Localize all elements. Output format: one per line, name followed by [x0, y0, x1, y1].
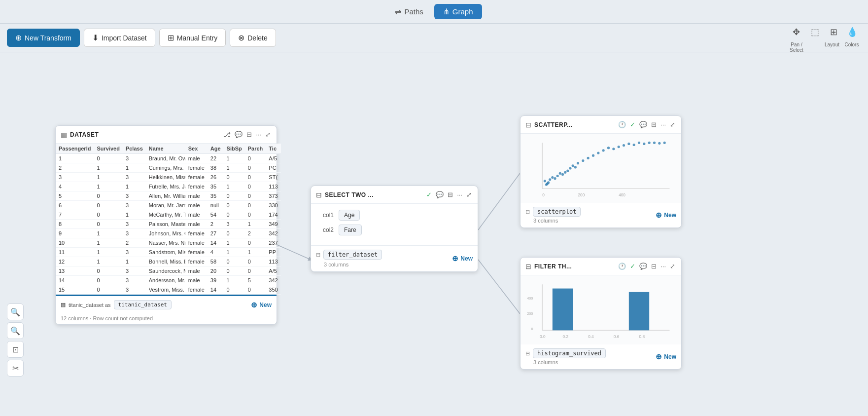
- table-cell: 1: [123, 163, 146, 173]
- expand-icon3[interactable]: ⤢: [669, 120, 676, 129]
- dataset-table: PassengerIdSurvivedPclassNameSexAgeSibSp…: [56, 144, 281, 295]
- svg-line-1: [478, 173, 520, 230]
- svg-point-12: [549, 178, 551, 181]
- table-cell: female: [185, 229, 208, 238]
- table-cell: female: [185, 285, 208, 295]
- table-cell: 0: [245, 182, 266, 191]
- more-icon4[interactable]: ···: [660, 262, 667, 271]
- dataset-icon: ▦: [61, 131, 67, 139]
- table-cell: 1: [224, 276, 245, 285]
- scatter-node-title: SCATTERP...: [534, 121, 614, 128]
- colors-button[interactable]: 💧: [843, 23, 861, 41]
- select-new-button[interactable]: ⊕ New: [452, 254, 473, 263]
- settings-icon3[interactable]: ⊟: [650, 120, 658, 129]
- layout-button[interactable]: ⊞: [825, 23, 842, 41]
- expand-icon4[interactable]: ⤢: [669, 262, 676, 271]
- table-row: 913Johnson, Mrs. Osc...female2702342: [56, 229, 281, 238]
- filter-node-actions: 🕐 ✓ 💬 ⊟ ··· ⤢: [617, 262, 676, 271]
- clock-icon2[interactable]: 🕐: [617, 262, 627, 271]
- table-cell: 1: [94, 248, 122, 257]
- table-cell: 1: [94, 163, 122, 173]
- svg-point-22: [574, 166, 577, 168]
- select-new-label: New: [460, 255, 473, 262]
- comment-icon4[interactable]: 💬: [638, 262, 648, 271]
- check-icon[interactable]: ✓: [425, 190, 433, 199]
- zoom-out-icon: 🔍: [10, 326, 20, 336]
- zoom-out-button[interactable]: 🔍: [7, 322, 24, 339]
- share-button[interactable]: ✂: [7, 360, 24, 377]
- table-cell: 12: [56, 257, 94, 266]
- new-transform-button[interactable]: ⊕ New Transform: [7, 29, 80, 47]
- paths-icon: ⇌: [395, 7, 401, 16]
- svg-point-34: [633, 144, 635, 146]
- more-icon[interactable]: ···: [255, 130, 262, 139]
- pan-select-button[interactable]: ✥: [787, 23, 805, 41]
- filter-output-name: histogram_survived: [533, 348, 606, 358]
- expand-icon2[interactable]: ⤢: [465, 190, 473, 199]
- scatter-output-columns: 3 columns: [533, 218, 581, 224]
- table-cell: 1: [94, 257, 122, 266]
- delete-button[interactable]: ⊗ Delete: [230, 29, 276, 47]
- manual-entry-button[interactable]: ⊞ Manual Entry: [159, 29, 226, 47]
- table-cell: 0: [245, 173, 266, 182]
- svg-point-11: [545, 183, 548, 186]
- branch-icon[interactable]: ⎇: [222, 130, 232, 139]
- plus-circle-icon: ⊕: [15, 33, 22, 42]
- tab-paths[interactable]: ⇌ Paths: [386, 4, 432, 19]
- comment-icon2[interactable]: 💬: [435, 190, 445, 199]
- table-cell: 0: [94, 220, 122, 229]
- select-col2-row: col2 Fare: [319, 225, 470, 235]
- zoom-controls: 🔍 🔍 ⊡ ✂: [7, 303, 24, 377]
- more-icon3[interactable]: ···: [660, 120, 667, 129]
- new-transform-label: New Transform: [25, 34, 71, 42]
- check-icon3[interactable]: ✓: [629, 262, 636, 271]
- comment-icon3[interactable]: 💬: [638, 120, 648, 129]
- table-cell: 2: [245, 229, 266, 238]
- table-cell: male: [185, 191, 208, 201]
- zoom-in-button[interactable]: 🔍: [7, 303, 24, 320]
- check-icon2[interactable]: ✓: [629, 120, 636, 129]
- table-cell: 39: [208, 276, 224, 285]
- table-cell: 0: [224, 229, 245, 238]
- expand-icon[interactable]: ⤢: [264, 130, 272, 139]
- table-cell: 0: [94, 154, 122, 163]
- svg-rect-51: [553, 289, 573, 331]
- fit-button[interactable]: ⊡: [7, 341, 24, 358]
- settings-icon[interactable]: ⊟: [245, 130, 253, 139]
- edit-icon: ⊞: [168, 33, 174, 42]
- table-cell: 0: [224, 210, 245, 220]
- settings-icon2[interactable]: ⊟: [447, 190, 454, 199]
- table-cell: Andersson, Mr. An...: [146, 276, 185, 285]
- dataset-new-button[interactable]: ⊕ New: [251, 301, 272, 309]
- select-tool-button[interactable]: ⬚: [806, 23, 824, 41]
- tab-graph[interactable]: ⋔ Graph: [434, 4, 482, 19]
- filter-chart-container: 0.0 0.2 0.4 0.6 0.8 0 200 400: [521, 275, 681, 344]
- table-cell: 14: [208, 285, 224, 295]
- more-icon2[interactable]: ···: [456, 190, 463, 199]
- histogram-chart: 0.0 0.2 0.4 0.6 0.8 0 200 400: [524, 279, 677, 340]
- table-cell: 13: [56, 266, 94, 276]
- filter-new-button[interactable]: ⊕ New: [656, 352, 676, 361]
- table-cell: 11: [56, 248, 94, 257]
- column-header: Parch: [245, 144, 266, 154]
- table-cell: 3: [123, 201, 146, 210]
- filter-node: ⊟ FILTER TH... 🕐 ✓ 💬 ⊟ ··· ⤢ 0.0 0.2 0.4…: [520, 257, 682, 370]
- table-cell: 3: [123, 173, 146, 182]
- scatter-new-label: New: [664, 212, 676, 219]
- settings-icon4[interactable]: ⊟: [650, 262, 658, 271]
- svg-point-31: [618, 146, 620, 148]
- svg-text:0.2: 0.2: [563, 335, 569, 339]
- comment-icon[interactable]: 💬: [234, 130, 243, 139]
- table-cell: 174: [266, 210, 280, 220]
- table-cell: 1: [123, 257, 146, 266]
- scatter-new-button[interactable]: ⊕ New: [656, 211, 676, 220]
- graph-canvas[interactable]: ▦ DATASET ⎇ 💬 ⊟ ··· ⤢ PassengerIdSurvive…: [0, 52, 868, 416]
- table-cell: 0: [94, 191, 122, 201]
- svg-point-20: [569, 167, 571, 169]
- clock-icon[interactable]: 🕐: [617, 120, 627, 129]
- table-cell: 1: [224, 248, 245, 257]
- table-cell: 1: [224, 238, 245, 248]
- import-dataset-button[interactable]: ⬇ Import Dataset: [84, 29, 155, 47]
- table-cell: 3: [123, 154, 146, 163]
- table-row: 1503Vestrom, Miss. Hul...female1400350: [56, 285, 281, 295]
